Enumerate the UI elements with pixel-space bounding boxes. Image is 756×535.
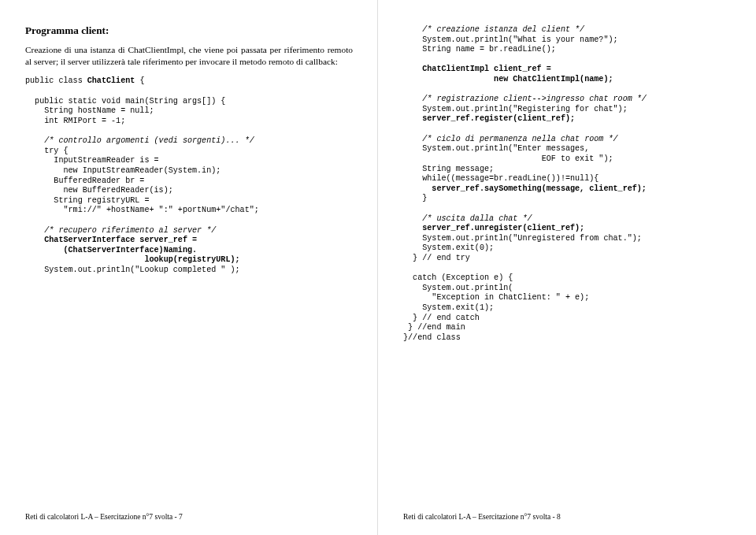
code-line: System.out.println("What is your name?")… — [403, 35, 618, 44]
code-line-bold: server_ref.register(client_ref); — [403, 114, 575, 123]
code-line: { — [135, 76, 144, 85]
code-line: public class — [25, 76, 87, 85]
code-line: try { — [25, 147, 69, 155]
code-line: new InputStreamReader(System.in); — [25, 166, 220, 175]
code-line: } //end main — [403, 323, 465, 332]
right-footer: Reti di calcolatori L-A – Esercitazione … — [403, 513, 561, 521]
code-line: "Exception in ChatClient: " + e); — [403, 293, 589, 302]
code-line: catch (Exception e) { — [403, 273, 513, 282]
code-token-class: ChatClient — [87, 76, 135, 85]
left-page: Programma client: Creazione di una istan… — [0, 0, 378, 535]
code-line: EOF to exit "); — [403, 154, 613, 163]
code-line: System.out.println("Registering for chat… — [403, 105, 628, 113]
code-line: System.out.println("Unregistered from ch… — [403, 234, 642, 243]
code-comment: /* recupero riferimento al server */ — [25, 226, 216, 235]
code-line-bold: ChatServerInterface server_ref = — [25, 236, 197, 244]
code-line-bold: server_ref.saySomething(message, client_… — [403, 184, 647, 193]
code-line: System.out.println( — [403, 284, 513, 292]
code-line-bold: ChatClientImpl client_ref = — [403, 65, 551, 73]
left-code-block: public class ChatClient { public static … — [25, 76, 353, 275]
code-comment: /* registrazione client-->ingresso chat … — [403, 95, 647, 103]
code-line: String message; — [403, 165, 494, 173]
left-footer: Reti di calcolatori L-A – Esercitazione … — [25, 513, 183, 521]
code-line: } — [403, 194, 427, 202]
code-line: public static void main(String args[]) { — [25, 97, 225, 106]
code-line: InputStreamReader is = — [25, 156, 159, 165]
section-heading: Programma client: — [25, 24, 353, 38]
code-line: System.out.println("Enter messages, — [403, 144, 589, 153]
code-line: while((message=br.readLine())!=null){ — [403, 174, 598, 183]
code-line: String hostName = null; — [25, 106, 154, 115]
code-comment: /* uscita dalla chat */ — [403, 214, 532, 223]
code-line: "rmi://" +hostName+ ":" +portNum+"/chat"… — [25, 206, 259, 214]
code-comment: /* controllo argomenti (vedi sorgenti)..… — [25, 136, 254, 145]
code-line: } // end try — [403, 254, 470, 262]
code-line: } // end catch — [403, 314, 480, 322]
intro-paragraph: Creazione di una istanza di ChatClientIm… — [25, 44, 353, 68]
code-line: System.exit(0); — [403, 243, 494, 252]
code-line-bold: lookup(registryURL); — [25, 255, 240, 264]
code-line: System.out.println("Lookup completed " )… — [25, 266, 240, 274]
code-line: BufferedReader br = — [25, 176, 144, 185]
code-line: new BufferedReader(is); — [25, 186, 173, 195]
code-line-bold: new ChatClientImpl(name); — [403, 75, 613, 84]
code-line: int RMIPort = -1; — [25, 117, 125, 125]
code-line: System.exit(1); — [403, 303, 494, 312]
code-comment: /* ciclo di permanenza nella chat room *… — [403, 135, 618, 143]
right-page: /* creazione istanza del client */ Syste… — [378, 0, 756, 535]
code-line: }//end class — [403, 333, 461, 342]
code-comment: /* creazione istanza del client */ — [403, 25, 584, 34]
code-line-bold: server_ref.unregister(client_ref); — [403, 224, 584, 232]
code-line-bold: (ChatServerInterface)Naming. — [25, 246, 197, 254]
code-line: String name = br.readLine(); — [403, 45, 556, 54]
code-line: String registryURL = — [25, 196, 150, 205]
right-code-block: /* creazione istanza del client */ Syste… — [403, 25, 731, 344]
